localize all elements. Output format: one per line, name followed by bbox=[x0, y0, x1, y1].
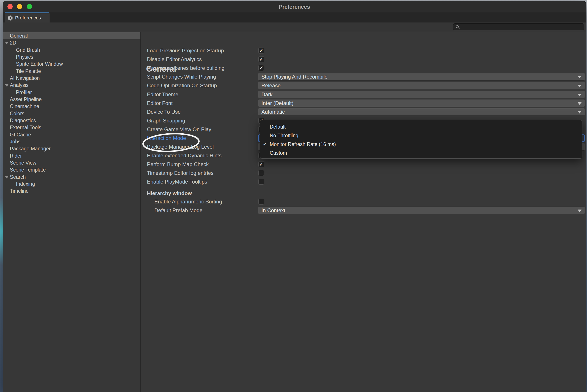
setting-label: Default Prefab Mode bbox=[154, 206, 202, 215]
setting-label: Timestamp Editor log entries bbox=[147, 169, 214, 178]
setting-row-editor-font: Editor FontInter (Default) bbox=[3, 99, 586, 108]
setting-row-auto-save-scenes-before-building: Auto-save scenes before building✓ bbox=[3, 64, 586, 72]
chevron-down-icon bbox=[577, 94, 581, 96]
dropdown-value: Release bbox=[261, 82, 281, 89]
dropdown-device-to-use[interactable]: Automatic bbox=[258, 108, 584, 116]
setting-label: Enable PlayMode Tooltips bbox=[147, 178, 207, 186]
search-field[interactable] bbox=[453, 23, 584, 30]
setting-label: Graph Snapping bbox=[147, 116, 185, 125]
check-icon: ✓ bbox=[259, 65, 264, 71]
dropdown-script-changes-while-playing[interactable]: Stop Playing And Recompile bbox=[258, 73, 584, 80]
setting-row-editor-theme: Editor ThemeDark bbox=[3, 90, 586, 99]
menu-item-no-throttling[interactable]: No Throttling bbox=[260, 131, 582, 140]
check-icon: ✓ bbox=[263, 140, 268, 149]
dropdown-default-prefab-mode[interactable]: In Context bbox=[258, 207, 584, 214]
tab-preferences[interactable]: Preferences bbox=[5, 12, 50, 22]
setting-row-script-changes-while-playing: Script Changes While PlayingStop Playing… bbox=[3, 72, 586, 81]
dropdown-editor-font[interactable]: Inter (Default) bbox=[258, 100, 584, 107]
menu-item-default[interactable]: Default bbox=[260, 122, 582, 131]
sidebar-item-label: 2D bbox=[10, 39, 16, 46]
section-header: Hierarchy window bbox=[147, 189, 192, 198]
checkbox-disable-editor-analytics[interactable]: ✓ bbox=[258, 56, 264, 62]
setting-label: Device To Use bbox=[147, 108, 181, 116]
dropdown-value: Automatic bbox=[261, 108, 285, 116]
toolbar bbox=[3, 22, 586, 32]
setting-label: Perform Bump Map Check bbox=[147, 160, 209, 169]
dropdown-value: Stop Playing And Recompile bbox=[261, 73, 328, 80]
chevron-down-icon bbox=[577, 102, 581, 105]
setting-label: Load Previous Project on Startup bbox=[147, 46, 224, 55]
checkbox-timestamp-editor-log-entries[interactable] bbox=[258, 170, 264, 176]
preferences-window: Preferences Preferences General2DGrid Br… bbox=[3, 1, 586, 392]
dropdown-editor-theme[interactable]: Dark bbox=[258, 91, 584, 98]
window-title: Preferences bbox=[3, 1, 586, 12]
sidebar-item-label: General bbox=[10, 32, 28, 39]
setting-label: Enable extended Dynamic Hints bbox=[147, 151, 222, 160]
disclosure-triangle-icon[interactable] bbox=[5, 42, 9, 44]
menu-item-label: Monitor Refresh Rate (16 ms) bbox=[270, 140, 336, 149]
setting-label: Script Changes While Playing bbox=[147, 72, 216, 81]
setting-label: Package Manager Log Level bbox=[147, 142, 214, 151]
dropdown-code-optimization-on-startup[interactable]: Release bbox=[258, 82, 584, 89]
tab-label: Preferences bbox=[15, 13, 41, 22]
tab-bar: Preferences bbox=[3, 12, 586, 22]
checkbox-load-previous-project-on-startup[interactable]: ✓ bbox=[258, 48, 264, 54]
setting-label: Editor Theme bbox=[147, 90, 178, 99]
check-icon: ✓ bbox=[259, 162, 264, 167]
title-bar: Preferences bbox=[3, 1, 586, 12]
setting-row-hierarchy-window: Hierarchy window bbox=[3, 189, 586, 198]
menu-item-label: Custom bbox=[270, 149, 287, 157]
search-input[interactable] bbox=[462, 24, 582, 30]
chevron-down-icon bbox=[577, 85, 581, 87]
setting-row-code-optimization-on-startup: Code Optimization On StartupRelease bbox=[3, 81, 586, 90]
setting-label: Disable Editor Analytics bbox=[147, 55, 202, 64]
dropdown-value: In Context bbox=[261, 207, 285, 214]
menu-item-label: No Throttling bbox=[270, 131, 298, 140]
setting-row-device-to-use: Device To UseAutomatic bbox=[3, 108, 586, 116]
setting-row-timestamp-editor-log-entries: Timestamp Editor log entries bbox=[3, 169, 586, 178]
setting-row-default-prefab-mode: Default Prefab ModeIn Context bbox=[3, 206, 586, 215]
search-icon bbox=[455, 25, 460, 29]
setting-row-load-previous-project-on-startup: Load Previous Project on Startup✓ bbox=[3, 46, 586, 55]
checkbox-enable-playmode-tooltips[interactable] bbox=[258, 179, 264, 185]
gear-icon bbox=[8, 15, 13, 21]
check-icon: ✓ bbox=[259, 48, 264, 53]
check-icon: ✓ bbox=[259, 56, 264, 62]
chevron-down-icon bbox=[577, 210, 581, 212]
menu-item-label: Default bbox=[270, 122, 286, 131]
sidebar-item-general[interactable]: General bbox=[3, 32, 140, 39]
menu-item-custom[interactable]: Custom bbox=[260, 149, 582, 157]
interaction-mode-dropdown-menu: DefaultNo Throttling✓Monitor Refresh Rat… bbox=[260, 120, 582, 159]
setting-label: Interaction Mode bbox=[147, 134, 186, 142]
checkbox-auto-save-scenes-before-building[interactable]: ✓ bbox=[258, 65, 264, 71]
sidebar-item-2d[interactable]: 2D bbox=[3, 39, 140, 46]
setting-row-enable-playmode-tooltips: Enable PlayMode Tooltips bbox=[3, 178, 586, 186]
checkbox-enable-alphanumeric-sorting[interactable] bbox=[258, 198, 264, 204]
setting-label: Enable Alphanumeric Sorting bbox=[154, 197, 222, 206]
setting-label: Code Optimization On Startup bbox=[147, 81, 217, 90]
setting-label: Create Game View On Play bbox=[147, 125, 211, 134]
chevron-down-icon bbox=[577, 76, 581, 78]
setting-row-disable-editor-analytics: Disable Editor Analytics✓ bbox=[3, 55, 586, 64]
checkbox-perform-bump-map-check[interactable]: ✓ bbox=[258, 161, 264, 167]
chevron-down-icon bbox=[577, 111, 581, 114]
dropdown-value: Inter (Default) bbox=[261, 100, 294, 107]
setting-row-enable-alphanumeric-sorting: Enable Alphanumeric Sorting bbox=[3, 197, 586, 206]
setting-row-perform-bump-map-check: Perform Bump Map Check✓ bbox=[3, 160, 586, 169]
menu-item-monitor-refresh-rate-16-ms[interactable]: ✓Monitor Refresh Rate (16 ms) bbox=[260, 140, 582, 149]
setting-label: Auto-save scenes before building bbox=[147, 64, 225, 72]
main-area: General2DGrid BrushPhysicsSprite Editor … bbox=[3, 32, 586, 392]
dropdown-value: Dark bbox=[261, 91, 273, 98]
setting-label: Editor Font bbox=[147, 99, 173, 108]
